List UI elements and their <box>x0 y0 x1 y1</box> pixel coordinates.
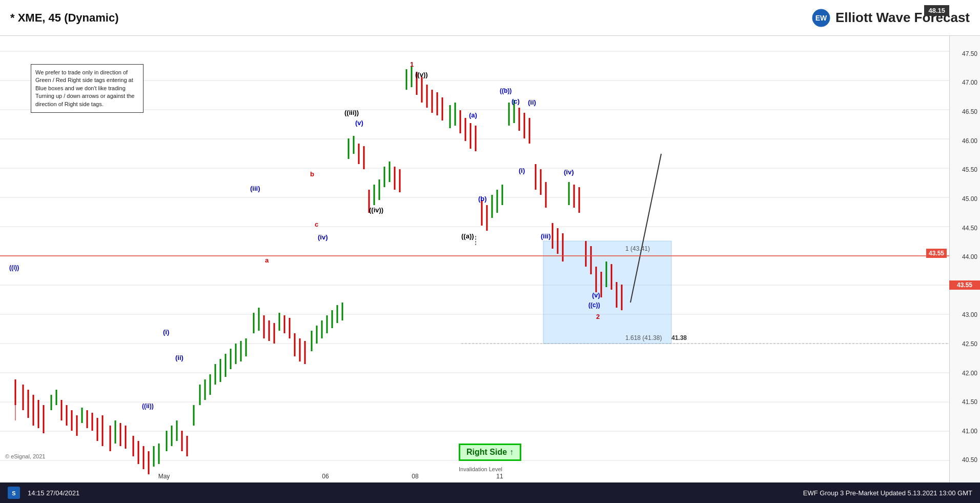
price-4650: 46.50 <box>962 108 977 115</box>
time-label-may: May <box>158 473 170 480</box>
time-label-11: 11 <box>496 473 503 480</box>
fib-value-1618: 41.38 <box>671 334 687 341</box>
wave-label-two: 2 <box>596 313 600 320</box>
signal-icon: S <box>8 487 20 499</box>
price-axis: 47.50 47.00 46.50 46.00 45.50 45.00 44.5… <box>949 36 980 482</box>
price-4500: 45.00 <box>962 195 977 203</box>
wave-label-c-c: (c) <box>512 97 520 105</box>
wave-label-i: (i) <box>163 328 169 336</box>
wave-label-ii: (ii) <box>175 354 183 361</box>
chart-container: * XME, 45 (Dynamic) EW Elliott Wave Fore… <box>0 0 980 503</box>
wave-label-i-blue-right: (i) <box>519 167 525 174</box>
price-badge: 48.15 <box>924 5 949 16</box>
right-side-box: Right Side ↑ <box>459 444 521 461</box>
price-4550: 45.50 <box>962 166 977 173</box>
svg-text:EW: EW <box>815 14 827 22</box>
logo-text: Elliott Wave Forecast <box>835 10 970 26</box>
price-4750: 47.50 <box>962 50 977 57</box>
wave-label-b: b <box>310 170 314 178</box>
wave-label-b-b: ((b)) <box>500 87 512 94</box>
current-price-label: 43.55 <box>926 249 947 258</box>
bottom-ewf-text: EWF Group 3 Pre-Market Updated 5.13.2021… <box>803 489 972 497</box>
note-text: We prefer to trade only in direction of … <box>35 69 134 107</box>
wave-label-v: (v) <box>355 119 363 127</box>
wave-label-ii-i: ((i)) <box>9 264 19 271</box>
price-4450: 44.50 <box>962 225 977 232</box>
wave-label-cc: ((c)) <box>588 301 600 309</box>
fib-label-1: 1 (43.41) <box>625 245 650 252</box>
wave-label-iii: (iii) <box>250 185 260 192</box>
bottom-time: 14:15 27/04/2021 <box>28 489 79 497</box>
time-label-08: 08 <box>412 473 418 480</box>
bottom-bar: S 14:15 27/04/2021 EWF Group 3 Pre-Marke… <box>0 482 980 503</box>
time-label-06: 06 <box>322 473 329 480</box>
wave-label-aa-black: ((a)) <box>461 232 474 240</box>
chart-title: * XME, 45 (Dynamic) <box>10 11 119 25</box>
wave-label-v-blue-box: (v) <box>592 291 600 299</box>
wave-label-v-v: ((v)) <box>415 71 428 78</box>
price-4050: 40.50 <box>962 456 977 464</box>
price-4250: 42.50 <box>962 340 977 348</box>
bottom-left: S 14:15 27/04/2021 <box>8 487 79 499</box>
ewf-logo-icon: EW <box>812 9 830 27</box>
wave-label-ii-blue: (ii) <box>528 98 536 106</box>
right-side-arrow: ↑ <box>509 448 514 457</box>
chart-area: We prefer to trade only in direction of … <box>0 36 949 482</box>
price-4150: 41.50 <box>962 398 977 406</box>
wave-label-b-blue: (b) <box>478 195 487 203</box>
fib-label-1618: 1.618 (41.38) <box>625 334 662 341</box>
wave-label-iv-iv: ((iv)) <box>369 206 383 214</box>
price-4600: 46.00 <box>962 137 977 145</box>
wave-label-a-blue: (a) <box>469 111 477 119</box>
price-4200: 42.00 <box>962 370 977 377</box>
header: * XME, 45 (Dynamic) EW Elliott Wave Fore… <box>0 0 980 36</box>
wave-label-a: a <box>265 256 269 264</box>
price-4700: 47.00 <box>962 79 977 86</box>
wave-label-iii-blue-right: (iii) <box>541 232 551 240</box>
price-4300: 43.00 <box>962 311 977 318</box>
price-4400: 44.00 <box>962 253 977 260</box>
wave-label-iv: (iv) <box>318 233 328 241</box>
wave-label-c: c <box>315 220 318 228</box>
note-box: We prefer to trade only in direction of … <box>31 64 144 113</box>
copyright: © eSignal, 2021 <box>5 453 45 459</box>
invalidation-label: Invalidation Level <box>459 466 502 472</box>
current-price-axis-label: 43.55 <box>949 280 980 290</box>
wave-label-iv-blue-right: (iv) <box>564 168 574 176</box>
price-4100: 41.00 <box>962 428 977 435</box>
wave-label-iii-iii: ((iii)) <box>344 109 359 116</box>
wave-label-one: 1 <box>410 61 414 68</box>
wave-label-ii-ii: ((ii)) <box>142 403 154 410</box>
svg-text:S: S <box>12 490 15 496</box>
right-side-text: Right Side <box>466 448 507 457</box>
